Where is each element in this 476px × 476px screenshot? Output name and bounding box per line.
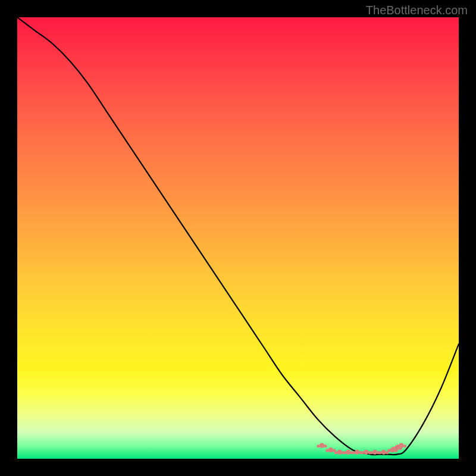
optimal-marker-dot	[381, 450, 386, 455]
optimal-marker-dot	[372, 450, 377, 455]
optimal-marker-dot	[334, 451, 337, 454]
optimal-marker-dot	[343, 451, 346, 454]
optimal-marker-dot	[392, 447, 395, 450]
optimal-marker-dot	[337, 450, 342, 455]
optimal-marker-dot	[325, 449, 328, 452]
optimal-marker-group	[317, 443, 406, 455]
optimal-marker-dot	[352, 451, 355, 454]
optimal-marker-dot	[361, 451, 364, 454]
optimal-marker-dot	[364, 450, 368, 455]
optimal-marker-dot	[387, 449, 390, 452]
optimal-marker-dot	[396, 444, 399, 447]
watermark-text: TheBottleneck.com	[366, 4, 468, 17]
optimal-marker-dot	[378, 451, 381, 454]
optimal-marker-dot	[399, 443, 403, 448]
optimal-marker-dot	[328, 447, 333, 452]
plot-area	[17, 17, 459, 459]
optimal-marker-dot	[369, 451, 372, 454]
optimal-marker-dot	[355, 450, 359, 455]
chart-svg	[17, 17, 459, 459]
optimal-marker-dot	[320, 443, 324, 448]
bottleneck-curve	[17, 17, 459, 455]
optimal-marker-dot	[403, 444, 406, 447]
optimal-marker-dot	[346, 450, 350, 455]
optimal-marker-dot	[317, 444, 320, 447]
optimal-marker-dot	[324, 444, 327, 447]
